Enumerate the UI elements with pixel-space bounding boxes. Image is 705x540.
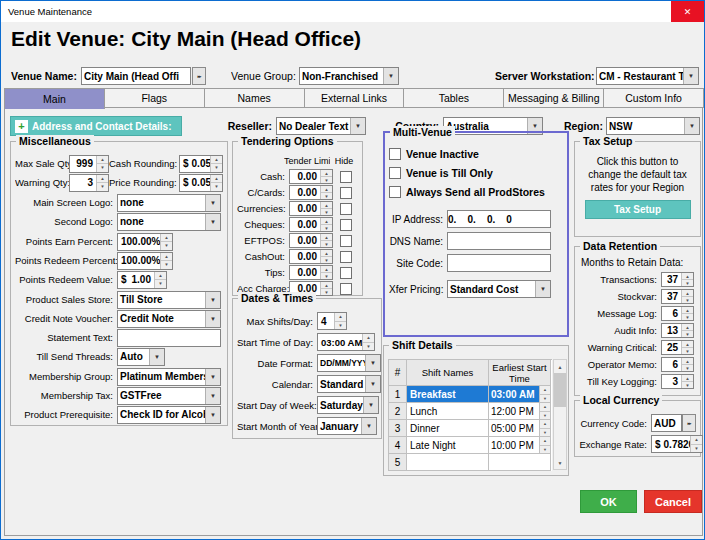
ccards-limit-spinner[interactable]: 0.00▲▼ bbox=[289, 185, 333, 200]
calendar-dropdown[interactable]: Standard▼ bbox=[317, 375, 381, 393]
spinner-up-icon[interactable]: ▲ bbox=[682, 375, 693, 382]
tab-flags[interactable]: Flags bbox=[104, 88, 205, 108]
tab-messaging-billing[interactable]: Messaging & Billing bbox=[503, 88, 604, 108]
dropdown-button[interactable]: ▼ bbox=[365, 355, 380, 371]
spinner-up-icon[interactable]: ▲ bbox=[682, 358, 693, 365]
membership-group-dropdown[interactable]: Platinum Members▼ bbox=[117, 368, 221, 386]
spinner-down-icon[interactable]: ▼ bbox=[682, 348, 693, 354]
close-button[interactable]: ✕ bbox=[671, 1, 704, 22]
spinner-buttons[interactable]: ▲▼ bbox=[320, 218, 332, 231]
spinner-buttons[interactable]: ▲▼ bbox=[681, 273, 693, 286]
currencies-limit-spinner[interactable]: 0.00▲▼ bbox=[289, 201, 333, 216]
cashout-hide-checkbox[interactable] bbox=[340, 251, 352, 263]
venue-name-input[interactable]: City Main (Head Offi bbox=[81, 67, 191, 85]
tab-custom-info[interactable]: Custom Info bbox=[603, 88, 704, 108]
spinner-down-icon[interactable]: ▼ bbox=[691, 445, 702, 453]
spinner-down-icon[interactable]: ▼ bbox=[321, 225, 332, 231]
spinner-buttons[interactable]: ▲▼ bbox=[681, 358, 693, 371]
points-redeem-percent-spinner[interactable]: 100.00%▲▼ bbox=[117, 252, 173, 270]
dropdown-button[interactable]: ▼ bbox=[361, 418, 376, 434]
spinner-buttons[interactable]: ▲▼ bbox=[320, 250, 332, 263]
dropdown-button[interactable]: ▼ bbox=[205, 195, 220, 211]
operator-memo-spinner[interactable]: 6▲▼ bbox=[661, 357, 694, 372]
points-redeem-value-spinner[interactable]: $1.00▲▼ bbox=[117, 271, 167, 289]
start-month-dropdown[interactable]: January▼ bbox=[317, 417, 377, 435]
spinner-up-icon[interactable]: ▲ bbox=[97, 175, 108, 184]
venue-group-dropdown[interactable]: Non-Franchised ▼ bbox=[299, 67, 399, 85]
shift-row[interactable]: 4 Late Night 10:00 PM▲▼ bbox=[389, 437, 552, 454]
spinner-down-icon[interactable]: ▼ bbox=[335, 322, 346, 330]
spinner-buttons[interactable]: ▲▼ bbox=[681, 290, 693, 303]
tips-limit-spinner[interactable]: 0.00▲▼ bbox=[289, 265, 333, 280]
spinner-buttons[interactable]: ▲▼ bbox=[160, 234, 172, 250]
stockvar-spinner[interactable]: 37▲▼ bbox=[661, 289, 694, 304]
spinner-buttons[interactable]: ▲▼ bbox=[681, 324, 693, 337]
spinner-buttons[interactable]: ▲▼ bbox=[320, 202, 332, 215]
spinner-down-icon[interactable]: ▼ bbox=[682, 314, 693, 320]
eftpos-hide-checkbox[interactable] bbox=[340, 235, 352, 247]
max-shifts-spinner[interactable]: 4▲▼ bbox=[317, 312, 347, 330]
spinner-down-icon[interactable]: ▼ bbox=[161, 242, 172, 250]
region-dropdown[interactable]: NSW ▼ bbox=[606, 117, 700, 135]
dropdown-button[interactable]: ▼ bbox=[535, 281, 550, 297]
scroll-down-icon[interactable]: ▼ bbox=[554, 456, 566, 469]
spinner-down-icon[interactable]: ▼ bbox=[321, 241, 332, 247]
tax-setup-button[interactable]: Tax Setup bbox=[585, 200, 691, 219]
spinner-buttons[interactable]: ▲▼ bbox=[96, 175, 108, 191]
dropdown-button[interactable]: ▼ bbox=[205, 369, 220, 385]
shift-table-scrollbar[interactable]: ▲ ▼ bbox=[553, 359, 567, 470]
spinner-up-icon[interactable]: ▲ bbox=[682, 307, 693, 314]
cash-rounding-spinner[interactable]: $0.05▲▼ bbox=[179, 155, 223, 173]
spinner-up-icon[interactable]: ▲ bbox=[321, 218, 332, 225]
spinner-down-icon[interactable]: ▼ bbox=[682, 297, 693, 303]
spinner-up-icon[interactable]: ▲ bbox=[682, 341, 693, 348]
eftpos-limit-spinner[interactable]: 0.00▲▼ bbox=[289, 233, 333, 248]
spinner-down-icon[interactable]: ▼ bbox=[682, 365, 693, 371]
spinner-up-icon[interactable]: ▲ bbox=[155, 272, 166, 281]
dropdown-button[interactable]: ▼ bbox=[684, 118, 699, 134]
spinner-buttons[interactable]: ▲▼ bbox=[320, 170, 332, 183]
time-spinner[interactable]: ▲▼ bbox=[539, 420, 550, 436]
spinner-down-icon[interactable]: ▼ bbox=[540, 395, 550, 403]
exchange-rate-spinner[interactable]: $0.7820▲▼ bbox=[651, 435, 703, 453]
spinner-buttons[interactable]: ▲▼ bbox=[681, 307, 693, 320]
till-key-logging-spinner[interactable]: 3▲▼ bbox=[661, 374, 694, 389]
spinner-down-icon[interactable]: ▼ bbox=[321, 273, 332, 279]
spinner-down-icon[interactable]: ▼ bbox=[363, 343, 374, 351]
spinner-up-icon[interactable]: ▲ bbox=[363, 334, 374, 343]
spinner-up-icon[interactable]: ▲ bbox=[691, 436, 702, 445]
price-rounding-spinner[interactable]: $0.05▲▼ bbox=[179, 174, 223, 192]
dropdown-button[interactable]: ▼ bbox=[683, 68, 698, 84]
till-send-threads-dropdown[interactable]: Auto▼ bbox=[117, 348, 165, 366]
spinner-up-icon[interactable]: ▲ bbox=[540, 420, 550, 429]
spinner-up-icon[interactable]: ▲ bbox=[321, 234, 332, 241]
warning-critical-spinner[interactable]: 25▲▼ bbox=[661, 340, 694, 355]
server-workstation-dropdown[interactable]: CM - Restaurant Till 1 ▼ bbox=[596, 67, 699, 85]
shift-row-selected[interactable]: 1 Breakfast 03:00 AM▲▼ bbox=[389, 386, 552, 403]
spinner-down-icon[interactable]: ▼ bbox=[540, 412, 550, 420]
spinner-buttons[interactable]: ▲▼ bbox=[320, 186, 332, 199]
cash-limit-spinner[interactable]: 0.00▲▼ bbox=[289, 169, 333, 184]
spinner-down-icon[interactable]: ▼ bbox=[540, 429, 550, 437]
spinner-buttons[interactable]: ▲▼ bbox=[96, 156, 108, 172]
shift-row[interactable]: 3 Dinner 05:00 PM▲▼ bbox=[389, 420, 552, 437]
shift-row[interactable]: 5 bbox=[389, 454, 552, 471]
max-sale-qty-spinner[interactable]: 999▲▼ bbox=[69, 155, 109, 173]
currency-code-expand-button[interactable]: ▸▸ bbox=[682, 414, 696, 432]
always-send-prodstores-checkbox[interactable] bbox=[389, 186, 401, 198]
dropdown-button[interactable]: ▼ bbox=[365, 376, 380, 392]
spinner-down-icon[interactable]: ▼ bbox=[155, 280, 166, 288]
spinner-down-icon[interactable]: ▼ bbox=[211, 164, 222, 172]
spinner-down-icon[interactable]: ▼ bbox=[161, 261, 172, 269]
membership-tax-dropdown[interactable]: GSTFree▼ bbox=[117, 387, 221, 405]
dropdown-button[interactable]: ▼ bbox=[350, 118, 365, 134]
tab-names[interactable]: Names bbox=[204, 88, 305, 108]
spinner-up-icon[interactable]: ▲ bbox=[321, 186, 332, 193]
spinner-down-icon[interactable]: ▼ bbox=[682, 280, 693, 286]
spinner-down-icon[interactable]: ▼ bbox=[321, 209, 332, 215]
time-spinner[interactable]: ▲▼ bbox=[539, 403, 550, 419]
spinner-up-icon[interactable]: ▲ bbox=[161, 234, 172, 243]
main-screen-logo-dropdown[interactable]: none▼ bbox=[117, 194, 221, 212]
cheques-limit-spinner[interactable]: 0.00▲▼ bbox=[289, 217, 333, 232]
shift-row[interactable]: 2 Lunch 12:00 PM▲▼ bbox=[389, 403, 552, 420]
